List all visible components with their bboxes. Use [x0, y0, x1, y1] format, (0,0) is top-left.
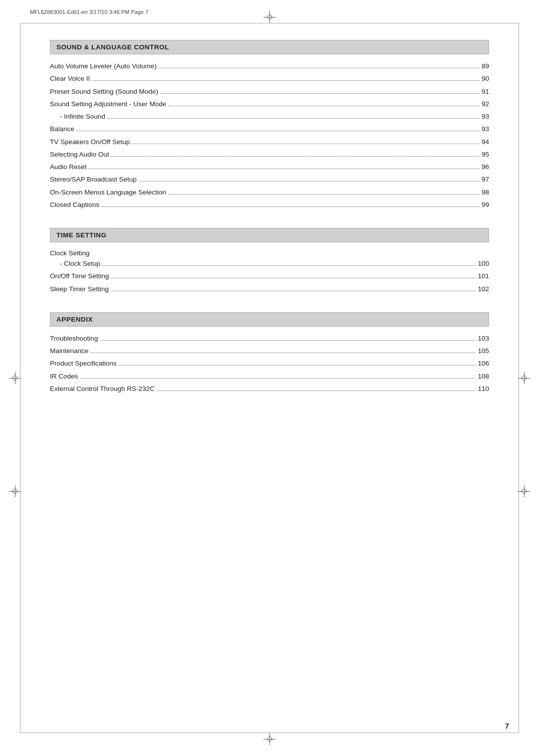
toc-dots	[111, 278, 476, 278]
toc-item: Product Specifications106	[50, 359, 489, 369]
crosshair-top-center	[264, 11, 275, 23]
toc-label: Clear Voice II	[50, 74, 90, 84]
toc-label: Selecting Audio Out	[50, 150, 109, 160]
toc-label: Sleep Timer Setting	[50, 284, 109, 294]
toc-dots	[159, 68, 480, 68]
toc-label: Auto Volume Leveler (Auto Volume)	[50, 61, 157, 71]
toc-page-number: 98	[482, 188, 489, 197]
toc-page-number: 89	[482, 61, 489, 71]
border-top	[20, 23, 519, 23]
toc-label: Stereo/SAP Broadcast Setup	[50, 175, 137, 185]
toc-label: On-Screen Menus Language Selection	[50, 188, 166, 197]
toc-item: External Control Through RS-232C110	[50, 384, 489, 394]
toc-page-number: 102	[478, 284, 489, 294]
toc-label: - Clock Setup	[60, 259, 100, 269]
toc-parent-item: Clock Setting	[50, 249, 489, 257]
toc-label: Preset Sound Setting (Sound Mode)	[50, 87, 158, 97]
toc-item: Sleep Timer Setting102	[50, 284, 489, 294]
toc-page-number: 101	[478, 271, 489, 281]
toc-page-number: 92	[482, 99, 489, 109]
toc-page-number: 90	[482, 74, 489, 84]
toc-page-number: 103	[478, 334, 489, 344]
toc-dots	[100, 340, 476, 341]
toc-label: Audio Reset	[50, 162, 87, 172]
toc-dots	[102, 265, 476, 266]
toc-page-number: 99	[482, 200, 489, 210]
toc-dots	[160, 93, 480, 94]
toc-dots	[76, 131, 480, 131]
toc-label: TV Speakers On/Off Setup	[50, 137, 130, 147]
section-header-sound-language: SOUND & LANGUAGE CONTROL	[50, 40, 489, 54]
toc-page-number: 94	[482, 137, 489, 147]
toc-item: Maintenance105	[50, 346, 489, 356]
toc-dots	[168, 106, 480, 106]
section-header-time-setting: TIME SETTING	[50, 228, 489, 242]
toc-dots	[139, 181, 480, 182]
toc-item: On/Off Time Setting101	[50, 271, 489, 281]
crosshair-bottom-center	[264, 733, 275, 745]
page-header: MFL62883001-Edit1-en 3/17/10 3:46 PM Pag…	[30, 9, 148, 15]
toc-page-number: 106	[478, 359, 489, 369]
toc-page-number: 91	[482, 87, 489, 97]
toc-page-number: 100	[478, 259, 489, 269]
page-number: 7	[505, 722, 509, 730]
toc-dots	[168, 194, 480, 194]
toc-label: Closed Captions	[50, 200, 99, 210]
toc-item: On-Screen Menus Language Selection98	[50, 188, 489, 197]
toc-label: On/Off Time Setting	[50, 271, 109, 281]
toc-label: Balance	[50, 124, 74, 134]
toc-dots	[101, 206, 480, 207]
toc-item: - Clock Setup100	[50, 259, 489, 269]
toc-dots	[80, 378, 476, 378]
toc-page-number: 93	[482, 112, 489, 122]
section-time-setting: TIME SETTINGClock Setting- Clock Setup10…	[50, 228, 489, 294]
toc-item: Troubleshooting103	[50, 334, 489, 344]
toc-item: TV Speakers On/Off Setup94	[50, 137, 489, 147]
section-appendix: APPENDIXTroubleshooting103Maintenance105…	[50, 312, 489, 394]
toc-dots	[157, 390, 476, 391]
toc-dots	[107, 118, 480, 119]
toc-dots	[92, 80, 480, 81]
content-area: SOUND & LANGUAGE CONTROLAuto Volume Leve…	[50, 40, 489, 716]
toc-item: Balance93	[50, 124, 489, 134]
toc-page-number: 108	[478, 372, 489, 381]
crosshair-left-lower	[9, 485, 21, 497]
section-sound-language: SOUND & LANGUAGE CONTROLAuto Volume Leve…	[50, 40, 489, 210]
toc-item: Selecting Audio Out95	[50, 150, 489, 160]
section-header-appendix: APPENDIX	[50, 312, 489, 327]
toc-page-number: 93	[482, 124, 489, 134]
toc-item: Clear Voice II90	[50, 74, 489, 84]
toc-label: IR Codes	[50, 372, 78, 381]
toc-item: IR Codes108	[50, 372, 489, 381]
toc-item: Stereo/SAP Broadcast Setup97	[50, 175, 489, 185]
crosshair-right-mid	[518, 372, 530, 384]
toc-page-number: 97	[482, 175, 489, 185]
toc-dots	[132, 144, 480, 144]
toc-item: Sound Setting Adjustment - User Mode92	[50, 99, 489, 109]
toc-label: Maintenance	[50, 346, 88, 356]
toc-dots	[89, 169, 480, 169]
toc-page-number: 110	[478, 384, 489, 394]
toc-dots	[90, 353, 476, 353]
crosshair-right-lower	[518, 485, 530, 497]
toc-page-number: 96	[482, 162, 489, 172]
crosshair-left-mid	[9, 372, 21, 384]
toc-label: External Control Through RS-232C	[50, 384, 155, 394]
toc-dots	[111, 291, 476, 291]
toc-label: Troubleshooting	[50, 334, 98, 344]
toc-item: - Infinite Sound93	[50, 112, 489, 122]
toc-item: Preset Sound Setting (Sound Mode)91	[50, 87, 489, 97]
toc-label: Sound Setting Adjustment - User Mode	[50, 99, 166, 109]
file-info: MFL62883001-Edit1-en 3/17/10 3:46 PM Pag…	[30, 9, 148, 15]
toc-item: Closed Captions99	[50, 200, 489, 210]
toc-page-number: 105	[478, 346, 489, 356]
toc-page-number: 95	[482, 150, 489, 160]
toc-dots	[111, 156, 480, 157]
toc-label: Product Specifications	[50, 359, 117, 369]
toc-dots	[119, 365, 476, 366]
toc-item: Audio Reset96	[50, 162, 489, 172]
toc-item: Auto Volume Leveler (Auto Volume)89	[50, 61, 489, 71]
toc-label: - Infinite Sound	[60, 112, 105, 122]
